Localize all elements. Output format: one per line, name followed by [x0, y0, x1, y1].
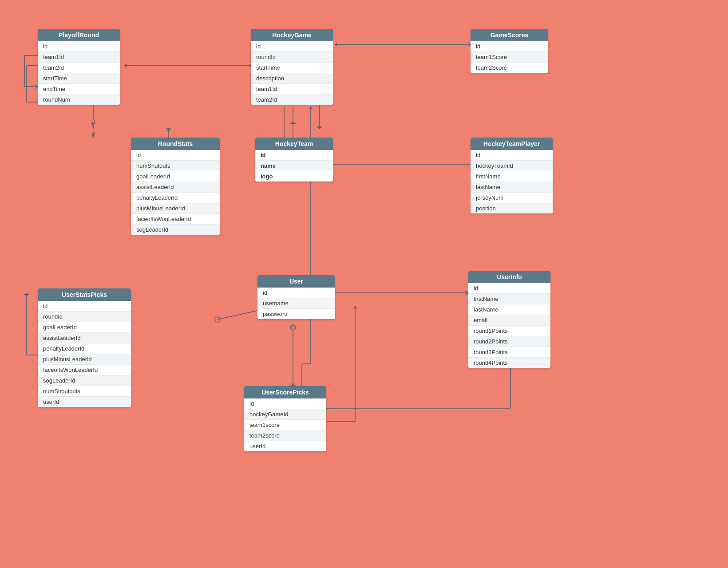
- field-assistleaderid: assistLeaderId: [131, 182, 220, 193]
- svg-line-52: [309, 106, 311, 109]
- field-description: description: [251, 73, 333, 84]
- field-round4points: round4Points: [468, 358, 550, 368]
- field-team2id: team2Id: [251, 95, 333, 105]
- field-round2points: round2Points: [468, 336, 550, 347]
- table-user-stats-picks-header: UserStatsPicks: [38, 288, 131, 301]
- field-faceoffswonleaderid: faceoffsWonLeaderId: [131, 214, 220, 225]
- field-penaltyleaderid: penaltyLeaderId: [38, 343, 131, 354]
- field-team1id: team1Id: [38, 52, 120, 63]
- svg-line-14: [92, 133, 93, 138]
- field-lastname: lastName: [471, 182, 553, 193]
- table-round-stats-fields: id numShutouts goalLeaderId assistLeader…: [131, 150, 220, 235]
- table-user-score-picks-fields: id hockeyGameId team1score team2score us…: [244, 398, 326, 451]
- svg-line-53: [311, 106, 312, 109]
- field-round3points: round3Points: [468, 347, 550, 358]
- field-plusminusleaderid: plusMinusLeaderId: [38, 354, 131, 365]
- field-userid: userId: [244, 441, 326, 451]
- svg-line-71: [25, 293, 27, 296]
- field-starttime: startTime: [251, 63, 333, 73]
- field-hockeygameid: hockeyGameId: [244, 409, 326, 420]
- svg-line-56: [354, 306, 355, 309]
- field-hockeyteamid: hockeyTeamId: [471, 161, 553, 171]
- field-lastname: lastName: [468, 304, 550, 315]
- field-jerseynum: jerseyNum: [471, 193, 553, 203]
- svg-line-62: [35, 87, 38, 89]
- table-user-fields: id username password: [257, 288, 335, 319]
- svg-point-43: [215, 317, 220, 322]
- field-endtime: endTime: [38, 84, 120, 95]
- svg-line-57: [355, 306, 356, 309]
- svg-line-17: [167, 129, 169, 131]
- table-game-scores: GameScores id team1Score team2Score: [471, 29, 548, 73]
- field-team1score: team1Score: [471, 52, 548, 63]
- table-user-score-picks-header: UserScorePicks: [244, 386, 326, 398]
- table-game-scores-fields: id team1Score team2Score: [471, 41, 548, 73]
- table-hockey-team-fields: id name logo: [255, 150, 333, 181]
- svg-line-67: [124, 66, 127, 67]
- field-plusminusleaderid: plusMinusLeaderId: [131, 203, 220, 214]
- table-playoff-round: PlayoffRound id team1Id team2Id startTim…: [38, 29, 120, 105]
- field-team2id: team2Id: [38, 63, 120, 73]
- table-hockey-team-header: HockeyTeam: [255, 138, 333, 150]
- field-id: id: [251, 41, 333, 52]
- field-userid: userId: [38, 397, 131, 407]
- svg-line-5: [92, 120, 93, 129]
- table-user-stats-picks: UserStatsPicks id roundId goalLeaderId a…: [38, 288, 131, 407]
- svg-point-45: [290, 325, 296, 330]
- svg-line-61: [35, 84, 38, 87]
- table-user-info-header: UserInfo: [468, 271, 550, 283]
- svg-line-12: [335, 44, 337, 46]
- table-hockey-team-player-fields: id hockeyTeamId firstName lastName jerse…: [471, 150, 553, 213]
- field-team1id: team1Id: [251, 84, 333, 95]
- field-team2score: team2Score: [471, 63, 548, 73]
- table-hockey-team-player-header: HockeyTeamPlayer: [471, 138, 553, 150]
- table-round-stats-header: RoundStats: [131, 138, 220, 150]
- field-goalleaderid: goalLeaderId: [131, 171, 220, 182]
- field-sogleaderid: sogLeaderId: [131, 225, 220, 235]
- svg-line-11: [335, 43, 337, 44]
- table-playoff-round-fields: id team1Id team2Id startTime endTime rou…: [38, 41, 120, 105]
- field-firstname: firstName: [468, 294, 550, 304]
- table-hockey-game-fields: id roundId startTime description team1Id…: [251, 41, 333, 105]
- table-hockey-game: HockeyGame id roundId startTime descript…: [251, 29, 333, 105]
- svg-line-72: [27, 293, 28, 296]
- field-penaltyleaderid: penaltyLeaderId: [131, 193, 220, 203]
- svg-line-66: [124, 64, 127, 66]
- table-user-score-picks: UserScorePicks id hockeyGameId team1scor…: [244, 386, 326, 451]
- svg-line-38: [465, 291, 468, 293]
- field-logo: logo: [255, 171, 333, 181]
- field-id: id: [244, 398, 326, 409]
- field-round1points: round1Points: [468, 326, 550, 336]
- svg-line-18: [169, 129, 170, 131]
- field-id: id: [257, 288, 335, 298]
- field-starttime: startTime: [38, 73, 120, 84]
- field-id: id: [471, 41, 548, 52]
- table-user-header: User: [257, 275, 335, 288]
- table-user-info: UserInfo id firstName lastName email rou…: [468, 271, 550, 368]
- table-game-scores-header: GameScores: [471, 29, 548, 41]
- field-email: email: [468, 315, 550, 326]
- svg-line-15: [93, 133, 95, 138]
- field-roundid: roundId: [38, 312, 131, 322]
- field-sogleaderid: sogLeaderId: [38, 375, 131, 386]
- field-firstname: firstName: [471, 171, 553, 182]
- field-id: id: [38, 41, 120, 52]
- svg-line-6: [93, 120, 95, 129]
- field-team2score: team2score: [244, 430, 326, 441]
- field-username: username: [257, 298, 335, 309]
- field-assistleaderid: assistLeaderId: [38, 333, 131, 343]
- diagram-container: PlayoffRound id team1Id team2Id startTim…: [0, 0, 728, 568]
- field-faceoffswonleaderid: faceoffsWonLeaderId: [38, 365, 131, 375]
- svg-line-42: [218, 311, 257, 320]
- table-user: User id username password: [257, 275, 335, 319]
- table-playoff-round-header: PlayoffRound: [38, 29, 120, 41]
- field-position: position: [471, 203, 553, 213]
- table-round-stats: RoundStats id numShutouts goalLeaderId a…: [131, 138, 220, 235]
- table-user-stats-picks-fields: id roundId goalLeaderId assistLeaderId p…: [38, 301, 131, 407]
- svg-line-39: [465, 293, 468, 295]
- svg-line-22: [293, 122, 294, 124]
- field-roundid: roundId: [251, 52, 333, 63]
- table-user-info-fields: id firstName lastName email round1Points…: [468, 283, 550, 368]
- field-id: id: [471, 150, 553, 161]
- field-password: password: [257, 309, 335, 319]
